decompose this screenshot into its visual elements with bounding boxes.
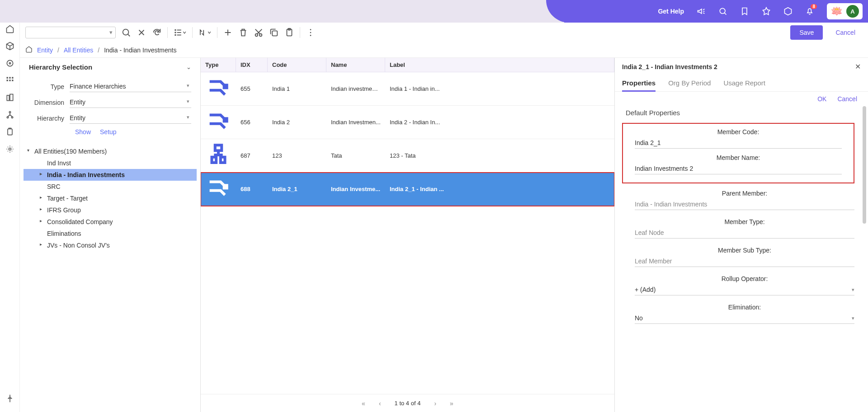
get-help-link[interactable]: Get Help <box>658 8 684 15</box>
svg-point-15 <box>720 8 725 14</box>
notification-badge: 8 <box>811 4 817 9</box>
user-avatar[interactable]: A <box>846 5 859 18</box>
brand-chip[interactable]: 🪷 A <box>827 3 863 19</box>
search-icon[interactable] <box>718 7 727 16</box>
lotus-icon: 🪷 <box>830 5 843 17</box>
bell-icon[interactable]: 8 <box>805 7 814 16</box>
announce-icon[interactable] <box>697 7 706 16</box>
package-icon[interactable] <box>783 7 793 16</box>
compass-icon[interactable] <box>762 7 771 16</box>
top-bar: Get Help 8 🪷 A <box>0 0 868 23</box>
bookmark-icon[interactable] <box>740 7 749 16</box>
